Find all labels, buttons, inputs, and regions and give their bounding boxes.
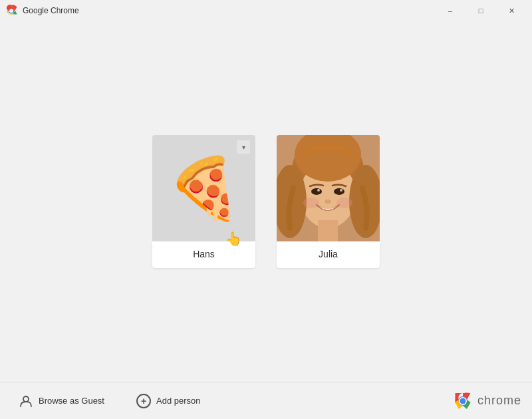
browse-as-guest-button[interactable]: Browse as Guest bbox=[11, 388, 112, 414]
add-person-button[interactable]: + Add person bbox=[128, 388, 209, 414]
hans-name: Hans bbox=[193, 249, 215, 259]
svg-point-17 bbox=[23, 396, 29, 402]
title-bar: Google Chrome – □ ✕ bbox=[0, 0, 532, 21]
add-person-label: Add person bbox=[156, 396, 201, 406]
app-icon bbox=[5, 5, 17, 17]
svg-point-14 bbox=[325, 200, 331, 204]
svg-point-11 bbox=[334, 188, 344, 195]
minimize-button[interactable]: – bbox=[435, 0, 466, 21]
hans-dropdown-arrow[interactable]: ▾ bbox=[237, 140, 250, 154]
profile-selection-area: ▾ 🍕 👆 Hans bbox=[0, 21, 532, 382]
svg-rect-9 bbox=[318, 220, 338, 241]
title-bar-left: Google Chrome bbox=[5, 5, 79, 17]
profile-card-hans[interactable]: ▾ 🍕 👆 Hans bbox=[152, 135, 255, 268]
guest-icon bbox=[19, 394, 33, 408]
maximize-button[interactable]: □ bbox=[466, 0, 496, 21]
svg-point-12 bbox=[317, 189, 320, 192]
app-title: Google Chrome bbox=[23, 6, 79, 15]
julia-name-area: Julia bbox=[277, 241, 380, 268]
bottom-bar-actions: Browse as Guest + Add person bbox=[11, 388, 209, 414]
svg-point-15 bbox=[303, 198, 319, 208]
hans-avatar-container: ▾ 🍕 👆 bbox=[152, 135, 255, 241]
svg-point-2 bbox=[9, 9, 13, 13]
chrome-brand-text: chrome bbox=[477, 394, 521, 408]
window-controls: – □ ✕ bbox=[435, 0, 527, 21]
bottom-bar: Browse as Guest + Add person chrome bbox=[0, 382, 532, 419]
hans-emoji: 🍕 bbox=[167, 158, 241, 218]
profile-card-julia[interactable]: Julia bbox=[277, 135, 380, 268]
svg-point-20 bbox=[460, 398, 466, 404]
julia-name: Julia bbox=[319, 249, 338, 259]
hans-name-area: Hans bbox=[152, 241, 255, 268]
svg-point-10 bbox=[311, 188, 322, 195]
close-button[interactable]: ✕ bbox=[496, 0, 527, 21]
chrome-logo bbox=[452, 390, 473, 412]
julia-avatar-container bbox=[277, 135, 380, 241]
browse-as-guest-label: Browse as Guest bbox=[39, 396, 104, 406]
add-person-icon: + bbox=[136, 394, 151, 408]
chrome-brand: chrome bbox=[452, 390, 521, 412]
svg-point-16 bbox=[336, 198, 352, 208]
julia-photo bbox=[277, 135, 380, 241]
svg-point-13 bbox=[340, 189, 342, 192]
